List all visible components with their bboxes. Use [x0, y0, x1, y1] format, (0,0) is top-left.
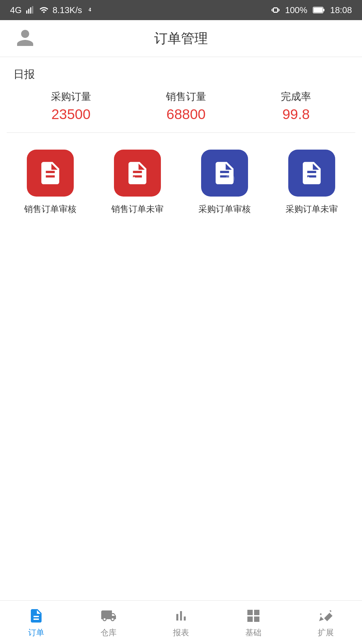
- avatar-button[interactable]: [13, 27, 37, 50]
- sales-audit-label: 销售订单审核: [24, 203, 76, 215]
- purchase-audit-icon: [211, 160, 238, 186]
- extend-nav-icon: [317, 607, 335, 625]
- stat-sales-quantity: 销售订量 68800: [166, 90, 206, 122]
- warehouse-nav-label: 仓库: [101, 627, 117, 638]
- purchase-audit-label: 采购订单审核: [198, 203, 251, 215]
- report-icon: [173, 608, 189, 624]
- battery-text: 100%: [285, 5, 307, 15]
- status-bar: 4G 8.13K/s 100% 18:08: [0, 0, 362, 20]
- usb-icon: [86, 6, 94, 14]
- warehouse-nav-icon: [100, 607, 117, 625]
- user-icon: [15, 28, 35, 48]
- stat-completion-value: 99.8: [282, 106, 310, 122]
- nav-warehouse[interactable]: 仓库: [72, 607, 145, 638]
- report-nav-icon: [172, 607, 190, 625]
- sales-pending-button[interactable]: 销售订单未审: [111, 150, 164, 215]
- svg-rect-5: [323, 9, 324, 11]
- nav-report[interactable]: 报表: [145, 607, 217, 638]
- actions-grid: 销售订单审核 销售订单未审 采购订单审核: [0, 133, 362, 225]
- svg-rect-3: [32, 6, 33, 13]
- extend-nav-label: 扩展: [318, 627, 334, 638]
- vibrate-icon: [272, 6, 280, 14]
- sales-pending-icon: [124, 160, 151, 186]
- purchase-audit-button[interactable]: 采购订单审核: [198, 150, 251, 215]
- purchase-pending-label: 采购订单未审: [286, 203, 338, 215]
- order-icon: [28, 608, 44, 624]
- wifi-icon: [39, 5, 49, 15]
- stat-sales-value: 68800: [167, 106, 206, 122]
- status-left: 4G 8.13K/s: [10, 5, 94, 15]
- basic-icon: [245, 608, 261, 624]
- stat-purchase-label: 采购订量: [51, 90, 91, 104]
- purchase-pending-icon-bg: [288, 150, 335, 197]
- nav-basic[interactable]: 基础: [217, 607, 290, 638]
- signal-text: 4G: [10, 5, 22, 15]
- stat-completion-label: 完成率: [281, 90, 311, 104]
- report-nav-label: 报表: [173, 627, 189, 638]
- main-content: 日报 采购订量 23500 销售订量 68800 完成率 99.8: [0, 57, 362, 600]
- sales-pending-icon-bg: [114, 150, 161, 197]
- daily-report-section: 日报 采购订量 23500 销售订量 68800 完成率 99.8: [0, 57, 362, 132]
- time-text: 18:08: [330, 5, 352, 15]
- sales-audit-button[interactable]: 销售订单审核: [24, 150, 76, 215]
- stat-sales-label: 销售订量: [166, 90, 206, 104]
- nav-extend[interactable]: 扩展: [290, 607, 362, 638]
- status-right: 100% 18:08: [272, 5, 352, 15]
- svg-rect-1: [28, 9, 29, 14]
- stat-purchase-value: 23500: [51, 106, 90, 122]
- order-nav-label: 订单: [28, 627, 44, 638]
- page-title: 订单管理: [154, 29, 208, 48]
- basic-nav-icon: [245, 607, 262, 625]
- stat-purchase-quantity: 采购订量 23500: [51, 90, 91, 122]
- signal-icon: [26, 5, 35, 15]
- svg-rect-0: [26, 10, 27, 13]
- battery-icon: [313, 6, 325, 14]
- nav-order[interactable]: 订单: [0, 607, 72, 638]
- svg-rect-6: [313, 8, 322, 13]
- extend-icon: [318, 608, 334, 624]
- header: 订单管理: [0, 20, 362, 57]
- basic-nav-label: 基础: [245, 627, 261, 638]
- speed-text: 8.13K/s: [53, 5, 82, 15]
- svg-rect-2: [30, 7, 32, 14]
- bottom-nav: 订单 仓库 报表 基础 扩展: [0, 600, 362, 644]
- sales-pending-label: 销售订单未审: [111, 203, 164, 215]
- stats-row: 采购订量 23500 销售订量 68800 完成率 99.8: [13, 90, 349, 122]
- purchase-pending-button[interactable]: 采购订单未审: [286, 150, 338, 215]
- order-nav-icon: [27, 607, 45, 625]
- sales-audit-icon-bg: [27, 150, 74, 197]
- sales-audit-icon: [37, 160, 64, 186]
- purchase-pending-icon: [298, 160, 325, 186]
- warehouse-icon: [101, 608, 117, 624]
- stat-completion-rate: 完成率 99.8: [281, 90, 311, 122]
- purchase-audit-icon-bg: [201, 150, 248, 197]
- daily-report-title: 日报: [13, 67, 349, 82]
